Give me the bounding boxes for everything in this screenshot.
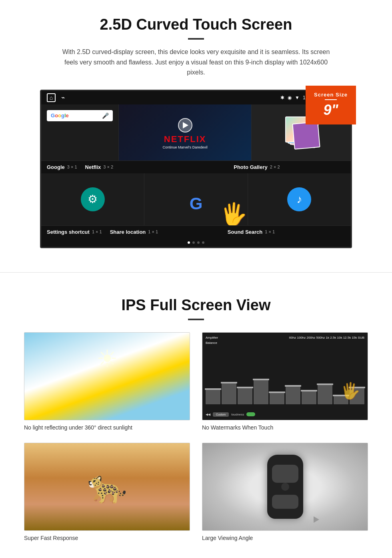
music-icon-circle: ♪ <box>287 187 311 211</box>
labels-row-2: Settings shortcut 1 × 1 Share location 1… <box>41 226 351 238</box>
grid-row-1: Google 🎤 NET <box>41 104 351 161</box>
car-image <box>202 443 368 530</box>
car-center <box>281 483 289 491</box>
label-google: Google 3 × 1 <box>47 164 77 170</box>
eq-nav: ◀◀ <box>206 413 210 416</box>
eq-handle-6 <box>285 385 301 387</box>
feature-image-equalizer: Amplifier 60hz 100hz 200hz 500hz 1k 2.5k… <box>202 332 368 420</box>
location-icon: ◉ <box>288 95 292 100</box>
eq-custom-btn: Custom <box>213 412 229 417</box>
label-gallery-name: Photo Gallery <box>234 164 268 170</box>
grid-row-2: ⚙ G 🖐 <box>41 173 351 226</box>
eq-handle-7 <box>301 390 317 391</box>
pagination-dots <box>41 238 351 247</box>
home-icon[interactable] <box>47 93 56 102</box>
eq-bar-1 <box>206 388 220 404</box>
eq-footer: ◀◀ Custom loudness <box>206 412 364 417</box>
eq-image: Amplifier 60hz 100hz 200hz 500hz 1k 2.5k… <box>202 333 368 420</box>
car-top-view <box>267 455 303 519</box>
label-maps: Share location 1 × 1 <box>110 229 228 235</box>
eq-handle-5 <box>269 391 285 393</box>
label-netflix-size: 3 × 2 <box>103 165 113 169</box>
maps-content: G 🖐 <box>144 173 247 225</box>
grid-cell-maps[interactable]: G 🖐 <box>144 173 248 225</box>
eq-slider-group: 🖐 <box>206 372 364 404</box>
label-music-name: Sound Search <box>228 229 262 235</box>
eq-header: Amplifier 60hz 100hz 200hz 500hz 1k 2.5k… <box>206 336 364 339</box>
eq-bar-7 <box>302 390 316 404</box>
section-ips: IPS Full Screen View No light reflecting… <box>0 285 392 557</box>
feature-cheetah: 🐆 Super Fast Response <box>24 443 190 541</box>
gallery-card-4 <box>292 121 320 149</box>
page-wrapper: 2.5D Curved Touch Screen With 2.5D curve… <box>0 0 392 557</box>
eq-bar-8 <box>318 383 332 404</box>
feature-sunlight: No light reflecting under 360° direct su… <box>24 332 190 431</box>
car-body <box>267 455 303 519</box>
play-button[interactable] <box>178 118 192 132</box>
eq-sliders: 🖐 <box>206 372 364 404</box>
grid-cell-google[interactable]: Google 🎤 <box>41 104 119 161</box>
feature-image-sunlight <box>24 332 190 420</box>
play-icon <box>183 122 188 128</box>
music-note-icon: ♪ <box>296 193 302 206</box>
section2-title: IPS Full Screen View <box>24 297 368 314</box>
label-settings: Settings shortcut 1 × 1 <box>47 229 102 235</box>
settings-icon-circle: ⚙ <box>81 187 105 211</box>
eq-toggle[interactable] <box>246 412 255 416</box>
eq-hand-overlay: 🖐 <box>340 381 360 400</box>
feature-car: Large Viewing Angle <box>202 443 368 541</box>
eq-loudness-label: loudness <box>231 413 244 416</box>
dot-2 <box>192 241 195 244</box>
statusbar: ⌁ ✱ ◉ ▼ 15:06 ⊡ ◁) ⊠ ▭ <box>41 91 351 104</box>
netflix-subtitle: Continue Marvel's Daredevil <box>163 145 208 149</box>
dot-3 <box>197 241 200 244</box>
section1-title: 2.5D Curved Touch Screen <box>24 16 368 33</box>
usb-icon: ⌁ <box>61 94 65 101</box>
eq-bar-4 <box>254 379 268 404</box>
label-google-size: 3 × 1 <box>67 165 77 169</box>
feature-equalizer: Amplifier 60hz 100hz 200hz 500hz 1k 2.5k… <box>202 332 368 431</box>
eq-bar-2 <box>222 382 236 404</box>
device-wrapper: Screen Size 9" ⌁ ✱ ◉ <box>40 90 352 248</box>
dot-1 <box>188 241 190 244</box>
eq-bar-6 <box>286 385 300 404</box>
label-netflix: Netflix 3 × 2 <box>85 164 234 170</box>
sky-image <box>24 333 190 420</box>
feature-image-car <box>202 443 368 531</box>
section1-divider <box>188 38 204 40</box>
eq-bar-3 <box>238 387 252 404</box>
grid-cell-settings[interactable]: ⚙ <box>41 173 144 225</box>
eq-handle-2 <box>221 382 237 383</box>
hand-icon: 🖐 <box>220 201 248 225</box>
google-logo: Google <box>51 112 69 118</box>
dot-4 <box>202 241 204 244</box>
google-search-bar[interactable]: Google 🎤 <box>47 110 113 121</box>
section-curved: 2.5D Curved Touch Screen With 2.5D curve… <box>0 0 392 260</box>
statusbar-left: ⌁ <box>47 93 65 102</box>
labels-row-1: Google 3 × 1 Netflix 3 × 2 Photo Gallery… <box>41 161 351 173</box>
label-netflix-name: Netflix <box>85 164 101 170</box>
netflix-content: NETFLIX Continue Marvel's Daredevil <box>163 116 208 149</box>
features-grid: No light reflecting under 360° direct su… <box>24 332 368 541</box>
wifi-icon: ▼ <box>295 95 300 100</box>
device-wrapper-container: Screen Size 9" ⌁ ✱ ◉ <box>24 90 368 248</box>
feature-label-sunlight: No light reflecting under 360° direct su… <box>24 424 190 431</box>
feature-label-cheetah: Super Fast Response <box>24 535 190 541</box>
section1-desc: With 2.5D curved-display screen, this de… <box>56 47 336 78</box>
label-settings-name: Settings shortcut <box>47 229 90 235</box>
feature-label-equalizer: No Watermarks When Touch <box>202 424 368 431</box>
grid-cell-netflix[interactable]: NETFLIX Continue Marvel's Daredevil <box>119 104 252 161</box>
feature-label-car: Large Viewing Angle <box>202 535 368 541</box>
netflix-logo: NETFLIX <box>163 134 208 145</box>
eq-handle-3 <box>237 387 253 388</box>
feature-image-cheetah: 🐆 <box>24 443 190 531</box>
eq-bar-5 <box>270 391 284 404</box>
eq-handle-8 <box>317 383 333 385</box>
label-google-name: Google <box>47 164 65 170</box>
grid-cell-music[interactable]: ♪ <box>248 173 351 225</box>
cheetah-image: 🐆 <box>24 443 190 530</box>
car-arrow-indicator <box>314 516 319 523</box>
gear-icon: ⚙ <box>88 193 98 206</box>
car-arrow-icon <box>314 516 319 523</box>
bluetooth-icon: ✱ <box>280 95 284 100</box>
